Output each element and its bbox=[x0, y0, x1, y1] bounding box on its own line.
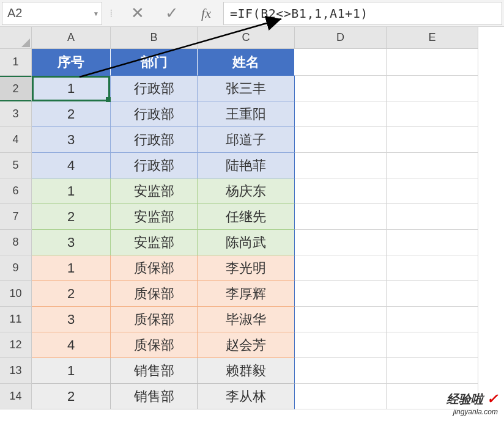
row-header[interactable]: 4 bbox=[0, 127, 32, 153]
header-cell-name[interactable]: 姓名 bbox=[198, 49, 295, 76]
cell[interactable] bbox=[295, 281, 387, 307]
cell[interactable] bbox=[295, 332, 387, 358]
cancel-button[interactable]: ✕ bbox=[120, 2, 155, 25]
row-header[interactable]: 8 bbox=[0, 230, 32, 255]
row-header[interactable]: 12 bbox=[0, 332, 32, 358]
cell[interactable]: 质保部 bbox=[111, 281, 198, 307]
cell[interactable]: 2 bbox=[32, 281, 111, 307]
cell[interactable]: 李从林 bbox=[198, 384, 295, 409]
watermark: 经验啦 ✓ jingyanla.com bbox=[447, 391, 498, 416]
cell[interactable] bbox=[295, 101, 387, 127]
cell[interactable]: 张三丰 bbox=[198, 76, 295, 101]
cell[interactable]: 1 bbox=[32, 358, 111, 384]
cell[interactable] bbox=[295, 204, 387, 230]
cell[interactable]: 赵会芳 bbox=[198, 332, 295, 358]
cell[interactable] bbox=[387, 332, 478, 358]
cell[interactable] bbox=[295, 384, 387, 409]
cell[interactable]: 质保部 bbox=[111, 307, 198, 332]
cell[interactable]: 质保部 bbox=[111, 332, 198, 358]
cell[interactable] bbox=[387, 101, 478, 127]
cell[interactable] bbox=[387, 178, 478, 204]
cell[interactable]: 李厚辉 bbox=[198, 281, 295, 307]
cell[interactable]: 销售部 bbox=[111, 384, 198, 409]
cell[interactable]: 安监部 bbox=[111, 178, 198, 204]
header-cell-dept[interactable]: 部门 bbox=[111, 49, 198, 76]
cell[interactable]: 行政部 bbox=[111, 76, 198, 101]
cell[interactable] bbox=[387, 230, 478, 255]
check-icon: ✓ bbox=[165, 4, 179, 23]
watermark-url: jingyanla.com bbox=[447, 408, 498, 416]
cell[interactable]: 王重阳 bbox=[198, 101, 295, 127]
cell[interactable]: 任继先 bbox=[198, 204, 295, 230]
cell[interactable] bbox=[387, 358, 478, 384]
col-header-e[interactable]: E bbox=[387, 27, 478, 49]
cell[interactable] bbox=[295, 358, 387, 384]
col-header-c[interactable]: C bbox=[198, 27, 295, 49]
cell[interactable]: 安监部 bbox=[111, 230, 198, 255]
cell[interactable] bbox=[295, 127, 387, 153]
insert-function-button[interactable]: fx bbox=[189, 2, 223, 25]
cell[interactable]: 1 bbox=[32, 76, 111, 101]
cell[interactable] bbox=[295, 49, 387, 76]
cell[interactable]: 李光明 bbox=[198, 255, 295, 281]
row-header[interactable]: 2 bbox=[0, 76, 32, 101]
cell[interactable] bbox=[387, 204, 478, 230]
col-header-d[interactable]: D bbox=[295, 27, 387, 49]
cell[interactable] bbox=[387, 281, 478, 307]
cell[interactable] bbox=[295, 153, 387, 178]
header-cell-seq[interactable]: 序号 bbox=[32, 49, 111, 76]
cell[interactable]: 1 bbox=[32, 178, 111, 204]
row-header[interactable]: 10 bbox=[0, 281, 32, 307]
cell[interactable]: 陈尚武 bbox=[198, 230, 295, 255]
cell[interactable]: 赖群毅 bbox=[198, 358, 295, 384]
row-header[interactable]: 3 bbox=[0, 101, 32, 127]
cell[interactable] bbox=[387, 307, 478, 332]
cell[interactable]: 行政部 bbox=[111, 153, 198, 178]
cell[interactable] bbox=[295, 178, 387, 204]
cell[interactable] bbox=[387, 153, 478, 178]
cell[interactable] bbox=[295, 255, 387, 281]
row-header[interactable]: 7 bbox=[0, 204, 32, 230]
formula-bar: A2 ▼ ⁞ ✕ ✓ fx =IF(B2<>B1,1,A1+1) bbox=[0, 0, 504, 27]
cell[interactable]: 2 bbox=[32, 101, 111, 127]
cell[interactable]: 2 bbox=[32, 384, 111, 409]
cell[interactable] bbox=[387, 127, 478, 153]
cell[interactable] bbox=[387, 76, 478, 101]
cell[interactable]: 1 bbox=[32, 255, 111, 281]
col-header-b[interactable]: B bbox=[111, 27, 198, 49]
select-all-corner[interactable] bbox=[0, 27, 32, 49]
cell[interactable] bbox=[295, 230, 387, 255]
cell[interactable] bbox=[387, 255, 478, 281]
cell[interactable]: 2 bbox=[32, 204, 111, 230]
cell[interactable] bbox=[387, 49, 478, 76]
cell[interactable]: 4 bbox=[32, 332, 111, 358]
cell[interactable]: 质保部 bbox=[111, 255, 198, 281]
cell[interactable]: 杨庆东 bbox=[198, 178, 295, 204]
cell[interactable]: 3 bbox=[32, 127, 111, 153]
row-header[interactable]: 9 bbox=[0, 255, 32, 281]
row-header[interactable]: 11 bbox=[0, 307, 32, 332]
name-box[interactable]: A2 ▼ bbox=[2, 2, 102, 25]
cell[interactable]: 邱道子 bbox=[198, 127, 295, 153]
cell[interactable]: 行政部 bbox=[111, 101, 198, 127]
confirm-button[interactable]: ✓ bbox=[155, 2, 189, 25]
cell[interactable]: 行政部 bbox=[111, 127, 198, 153]
cell[interactable]: 3 bbox=[32, 307, 111, 332]
row-header[interactable]: 13 bbox=[0, 358, 32, 384]
row-header[interactable]: 5 bbox=[0, 153, 32, 178]
cell[interactable]: 4 bbox=[32, 153, 111, 178]
cell[interactable]: 陆艳菲 bbox=[198, 153, 295, 178]
cell[interactable] bbox=[295, 76, 387, 101]
row-header[interactable]: 6 bbox=[0, 178, 32, 204]
cell[interactable] bbox=[295, 307, 387, 332]
row-header[interactable]: 14 bbox=[0, 384, 32, 409]
row-header[interactable]: 1 bbox=[0, 49, 32, 76]
col-header-a[interactable]: A bbox=[32, 27, 111, 49]
cell[interactable]: 毕淑华 bbox=[198, 307, 295, 332]
chevron-down-icon[interactable]: ▼ bbox=[93, 10, 99, 16]
formula-input[interactable]: =IF(B2<>B1,1,A1+1) bbox=[223, 2, 502, 25]
cell[interactable]: 安监部 bbox=[111, 204, 198, 230]
cell[interactable]: 销售部 bbox=[111, 358, 198, 384]
cell[interactable]: 3 bbox=[32, 230, 111, 255]
column-headers: A B C D E bbox=[32, 27, 478, 49]
